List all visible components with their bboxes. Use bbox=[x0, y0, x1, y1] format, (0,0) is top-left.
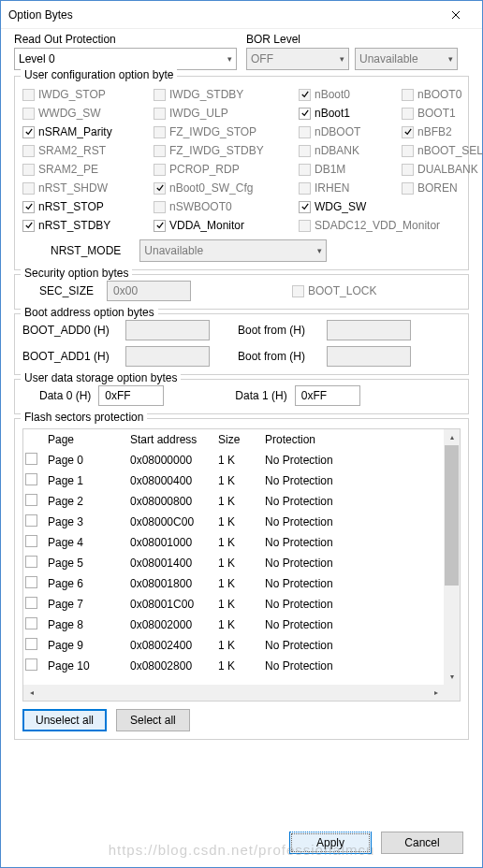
sec-size-input bbox=[107, 281, 191, 301]
window-title: Option Bytes bbox=[8, 8, 437, 22]
chevron-down-icon: ▾ bbox=[317, 246, 322, 255]
user-data-group: User data storage option bytes Data 0 (H… bbox=[14, 379, 469, 414]
cancel-button[interactable]: Cancel bbox=[381, 832, 463, 854]
table-row[interactable]: Page 100x080028001 KNo Protection bbox=[23, 656, 460, 676]
titlebar: Option Bytes bbox=[1, 1, 482, 29]
unselect-all-button[interactable]: Unselect all bbox=[22, 709, 107, 731]
readout-label: Read Out Protection bbox=[14, 33, 237, 46]
bootfrom0-label: Boot from (H) bbox=[238, 324, 327, 337]
chevron-down-icon: ▾ bbox=[448, 54, 453, 64]
check-nrst_stdby[interactable]: nRST_STDBY bbox=[22, 217, 154, 234]
nrst-mode-label: NRST_MODE bbox=[51, 244, 121, 257]
select-all-button[interactable]: Select all bbox=[116, 709, 190, 731]
check-sdadc12_vdd_monitor: SDADC12_VDD_Monitor bbox=[299, 217, 483, 234]
table-row[interactable]: Page 70x08001C001 KNo Protection bbox=[23, 594, 460, 615]
check-iwdg_stop: IWDG_STOP bbox=[22, 86, 154, 103]
check-dualbank: DUALBANK bbox=[402, 161, 483, 178]
boot-lock-check: BOOT_LOCK bbox=[292, 282, 376, 299]
check-wdg_sw[interactable]: WDG_SW bbox=[299, 198, 402, 215]
bootfrom1-label: Boot from (H) bbox=[238, 350, 327, 363]
check-nrst_shdw: nRST_SHDW bbox=[22, 180, 154, 196]
check-nboot0: nBOOT0 bbox=[402, 86, 483, 103]
readout-select[interactable]: Level 0▾ bbox=[14, 48, 237, 70]
check-sram2_pe: SRAM2_PE bbox=[22, 161, 154, 178]
bor-select[interactable]: OFF▾ bbox=[246, 48, 349, 70]
check-nboot0: nBoot0 bbox=[299, 86, 402, 103]
check-boren: BOREN bbox=[402, 180, 483, 196]
nrst-mode-select: Unavailable▾ bbox=[139, 239, 327, 262]
check-boot1: BOOT1 bbox=[402, 105, 483, 122]
check-nsram_parity[interactable]: nSRAM_Parity bbox=[22, 123, 154, 140]
data1-label: Data 1 (H) bbox=[235, 389, 286, 402]
check-nbfb2: nBFB2 bbox=[402, 123, 483, 140]
boot-add0-input bbox=[125, 320, 210, 340]
boot-add0-label: BOOT_ADD0 (H) bbox=[22, 324, 125, 337]
bor-label: BOR Level bbox=[246, 33, 469, 46]
check-iwdg_stdby: IWDG_STDBY bbox=[154, 86, 299, 103]
check-nboot1[interactable]: nBoot1 bbox=[299, 105, 402, 122]
table-row[interactable]: Page 30x08000C001 KNo Protection bbox=[23, 512, 460, 532]
table-row[interactable]: Page 00x080000001 KNo Protection bbox=[23, 450, 460, 470]
table-row[interactable]: Page 60x080018001 KNo Protection bbox=[23, 573, 460, 594]
table-row[interactable]: Page 50x080014001 KNo Protection bbox=[23, 553, 460, 573]
boot-addr-group: Boot address option bytes BOOT_ADD0 (H) … bbox=[14, 313, 469, 375]
check-ndboot: nDBOOT bbox=[299, 123, 402, 140]
vertical-scrollbar[interactable]: ▴▾ bbox=[444, 429, 460, 685]
check-iwdg_ulp: IWDG_ULP bbox=[154, 105, 299, 122]
check-vdda_monitor[interactable]: VDDA_Monitor bbox=[154, 217, 299, 234]
check-wwdg_sw: WWDG_SW bbox=[22, 105, 154, 122]
bootfrom1-input bbox=[327, 346, 411, 367]
check-fz_iwdg_stdby: FZ_IWDG_STDBY bbox=[154, 142, 299, 159]
data1-input[interactable] bbox=[295, 385, 360, 406]
check-nboot_sel: nBOOT_SEL bbox=[402, 142, 483, 159]
close-icon bbox=[451, 10, 461, 20]
table-row[interactable]: Page 40x080010001 KNo Protection bbox=[23, 532, 460, 553]
user-config-group: User configuration option byte IWDG_STOP… bbox=[14, 76, 469, 270]
check-irhen: IRHEN bbox=[299, 180, 402, 196]
security-group: Security option bytes SEC_SIZE BOOT_LOCK bbox=[14, 274, 469, 310]
sec-size-label: SEC_SIZE bbox=[39, 284, 94, 297]
table-row[interactable]: Page 10x080004001 KNo Protection bbox=[23, 470, 460, 491]
check-fz_iwdg_stop: FZ_IWDG_STOP bbox=[154, 123, 299, 140]
flash-group: Flash sectors protection Page Start addr… bbox=[14, 418, 469, 740]
data0-input[interactable] bbox=[98, 385, 164, 406]
horizontal-scrollbar[interactable]: ◂▸ bbox=[23, 685, 460, 701]
check-ndbank: nDBANK bbox=[299, 142, 402, 159]
bor-extra-select: Unavailable▾ bbox=[355, 48, 458, 70]
check-nboot0_sw_cfg: nBoot0_SW_Cfg bbox=[154, 180, 299, 196]
boot-add1-label: BOOT_ADD1 (H) bbox=[22, 350, 125, 363]
check-sram2_rst: SRAM2_RST bbox=[22, 142, 154, 159]
check-db1m: DB1M bbox=[299, 161, 402, 178]
table-row[interactable]: Page 20x080008001 KNo Protection bbox=[23, 491, 460, 512]
chevron-down-icon: ▾ bbox=[227, 54, 232, 64]
check-nrst_stop[interactable]: nRST_STOP bbox=[22, 198, 154, 215]
table-row[interactable]: Page 80x080020001 KNo Protection bbox=[23, 615, 460, 635]
apply-button[interactable]: Apply bbox=[289, 832, 372, 854]
option-bytes-window: Option Bytes Read Out Protection Level 0… bbox=[0, 0, 483, 868]
chevron-down-icon: ▾ bbox=[340, 54, 344, 64]
check-pcrop_rdp: PCROP_RDP bbox=[154, 161, 299, 178]
check-nswboot0: nSWBOOT0 bbox=[154, 198, 299, 215]
close-button[interactable] bbox=[437, 2, 475, 28]
boot-add1-input bbox=[125, 346, 210, 367]
data0-label: Data 0 (H) bbox=[39, 389, 91, 402]
flash-table: Page Start address Size Protection Page … bbox=[22, 428, 461, 702]
bootfrom0-input bbox=[327, 320, 411, 340]
table-row[interactable]: Page 90x080024001 KNo Protection bbox=[23, 635, 460, 656]
